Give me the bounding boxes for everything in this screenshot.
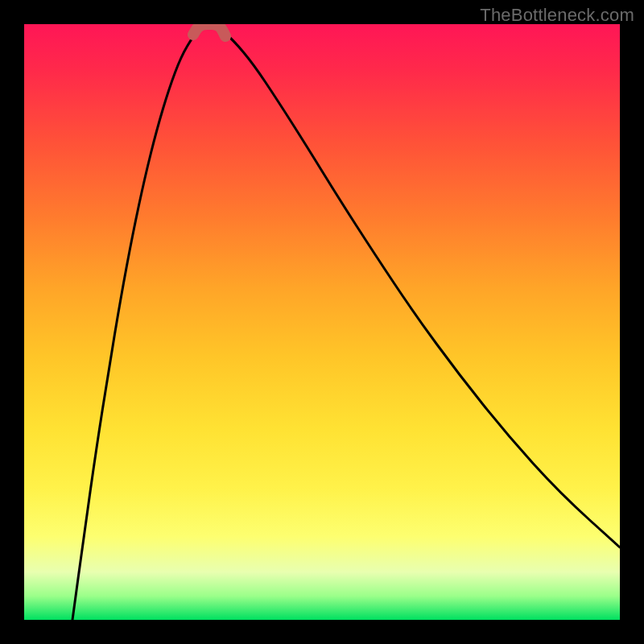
watermark-text: TheBottleneck.com [480, 5, 634, 26]
chart-plot-area [24, 24, 620, 620]
foot-curve-path [193, 24, 225, 36]
right-curve-path [219, 28, 620, 547]
left-curve-path [72, 28, 200, 620]
chart-svg [24, 24, 620, 620]
